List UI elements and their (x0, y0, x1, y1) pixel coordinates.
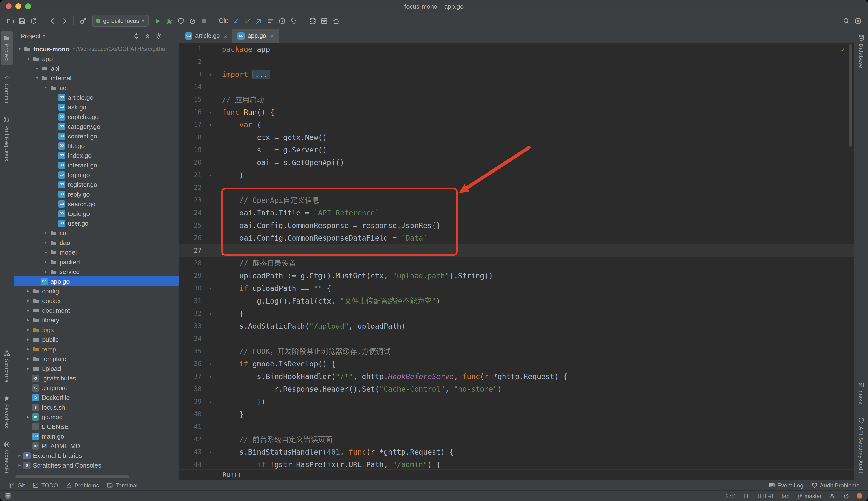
tree-item-dockerfile[interactable]: Dockerfile (14, 393, 179, 402)
line-number[interactable]: 14 (179, 81, 206, 94)
coverage-icon[interactable] (176, 15, 186, 26)
tree-item-act[interactable]: ▾act (14, 83, 179, 93)
chevron-right-icon[interactable]: ▸ (25, 366, 32, 371)
chevron-down-icon[interactable]: ▾ (25, 56, 32, 61)
tree-item-go-mod[interactable]: ▸go.mod (14, 412, 179, 422)
tree-item-api[interactable]: ▸api (14, 63, 179, 73)
code-line-2[interactable]: 2 (179, 56, 854, 68)
code-line-32[interactable]: 32▴ } (179, 307, 854, 320)
tool-window-button-terminal[interactable]: Terminal (103, 482, 142, 489)
line-number[interactable]: 32 (179, 307, 206, 320)
database-icon[interactable] (307, 15, 318, 26)
collapse-icon[interactable] (143, 32, 151, 40)
fold-marker-icon[interactable]: ▴ (206, 395, 215, 408)
code-line-29[interactable]: 29 uploadPath := g.Cfg().MustGet(ctx, "u… (179, 270, 854, 282)
minimize-window-button[interactable] (15, 3, 21, 9)
tree-item-config[interactable]: ▸config (14, 286, 179, 296)
tree-item-focus-sh[interactable]: focus.sh (14, 402, 179, 412)
line-ending[interactable]: LF (744, 493, 750, 499)
editor-scrollbar[interactable] (849, 44, 853, 147)
line-number[interactable]: 41 (179, 420, 206, 433)
line-number[interactable]: 30 (179, 282, 206, 295)
code-line-15[interactable]: 15// 应用启动 (179, 94, 854, 106)
chevron-right-icon[interactable]: ▸ (42, 269, 49, 274)
updates-icon[interactable] (853, 15, 863, 26)
tab-article-go[interactable]: article.go× (180, 29, 233, 43)
line-number[interactable]: 25 (179, 219, 206, 232)
tree-item-scratches-and-consoles[interactable]: ▸Scratches and Consoles (14, 460, 179, 470)
line-number[interactable]: 36 (179, 358, 206, 370)
gauge-icon[interactable] (843, 492, 850, 499)
tree-item-category-go[interactable]: category.go (14, 121, 179, 131)
fold-marker-icon[interactable]: ▾ (206, 358, 215, 370)
tree-item-cnt[interactable]: ▸cnt (14, 228, 179, 238)
tool-stripe-api-security-audit[interactable]: API Security Audit (855, 414, 867, 477)
tree-item-article-go[interactable]: article.go (14, 93, 179, 102)
code-line-43[interactable]: 43▾ s.BindStatusHandler(401, func(r *ght… (179, 446, 854, 458)
tree-item-topic-go[interactable]: topic.go (14, 209, 179, 218)
line-number[interactable]: 21 (179, 169, 206, 182)
tool-stripe-openapi[interactable]: OpenAPI (1, 438, 13, 477)
chevron-down-icon[interactable]: ▾ (42, 85, 49, 90)
line-number[interactable]: 40 (179, 408, 206, 420)
tree-item-register-go[interactable]: register.go (14, 180, 179, 189)
chevron-right-icon[interactable]: ▸ (25, 347, 32, 351)
line-number[interactable]: 39 (179, 395, 206, 408)
profiler-icon[interactable] (187, 15, 198, 26)
attach-icon[interactable] (77, 15, 88, 26)
code-line-39[interactable]: 39▴ }) (179, 395, 854, 408)
tool-stripe-database[interactable]: Database (855, 31, 867, 72)
line-number[interactable]: 44 (179, 458, 206, 469)
fold-marker-icon[interactable]: ▴ (206, 169, 215, 182)
chevron-right-icon[interactable]: ▸ (42, 231, 49, 235)
chevron-right-icon[interactable]: ▸ (25, 318, 32, 322)
tool-window-button-problems[interactable]: Problems (62, 482, 103, 489)
chevron-right-icon[interactable]: ▸ (16, 453, 23, 458)
debug-icon[interactable] (164, 15, 175, 26)
tool-window-button-todo[interactable]: TODO (29, 482, 62, 489)
tree-item-readme-md[interactable]: README.MD (14, 441, 179, 451)
code-line-42[interactable]: 42 // 前台系统自定义错误页面 (179, 433, 854, 446)
tree-item-model[interactable]: ▸model (14, 247, 179, 257)
chevron-right-icon[interactable]: ▸ (25, 356, 32, 361)
line-number[interactable]: 31 (179, 295, 206, 307)
chevron-right-icon[interactable]: ▸ (25, 414, 32, 419)
fold-marker-icon[interactable]: ▾ (206, 446, 215, 458)
line-number[interactable]: 16 (179, 106, 206, 119)
tree-item-app-go[interactable]: app.go (14, 276, 179, 286)
line-number[interactable]: 27 (179, 244, 206, 257)
code-line-17[interactable]: 17▾ var ( (179, 119, 854, 131)
tree-item-captcha-go[interactable]: captcha.go (14, 112, 179, 121)
code-editor[interactable]: 1package app23+import ...1415// 应用启动16▾f… (179, 43, 854, 469)
open-icon[interactable] (5, 15, 15, 26)
code-line-44[interactable]: 44 if !gstr.HasPrefix(r.URL.Path, "/admi… (179, 458, 854, 469)
line-number[interactable]: 26 (179, 232, 206, 244)
chevron-right-icon[interactable]: ▸ (25, 288, 32, 293)
chevron-right-icon[interactable]: ▸ (25, 327, 32, 332)
chevron-right-icon[interactable]: ▸ (25, 308, 32, 313)
tree-item-gitattributes[interactable]: .gitattributes (14, 373, 179, 383)
fold-marker-icon[interactable]: ▾ (206, 106, 215, 119)
code-line-30[interactable]: 30▾ if uploadPath == "" { (179, 282, 854, 295)
code-line-36[interactable]: 36▾ if gmode.IsDevelop() { (179, 358, 854, 370)
close-window-button[interactable] (6, 3, 12, 9)
tree-item-upload[interactable]: ▸upload (14, 363, 179, 373)
settings-icon[interactable] (155, 32, 163, 40)
history-icon[interactable] (276, 15, 287, 26)
chevron-right-icon[interactable]: ▸ (33, 66, 41, 71)
tree-item-temp[interactable]: ▸temp (14, 344, 179, 354)
tab-app-go[interactable]: app.go× (233, 29, 279, 43)
search-icon[interactable] (841, 15, 851, 26)
chevron-down-icon[interactable]: ▾ (43, 33, 45, 38)
back-icon[interactable] (47, 15, 57, 26)
line-number[interactable]: 42 (179, 433, 206, 446)
code-line-1[interactable]: 1package app (179, 43, 854, 56)
code-line-40[interactable]: 40 } (179, 408, 854, 420)
line-number[interactable]: 23 (179, 194, 206, 207)
tool-stripe-make[interactable]: make (855, 378, 867, 408)
save-icon[interactable] (17, 15, 27, 26)
tree-item-internal[interactable]: ▾internal (14, 73, 179, 83)
close-tab-icon[interactable]: × (270, 32, 274, 40)
git-branch[interactable]: master (797, 493, 822, 499)
tool-window-button-event-log[interactable]: Event Log (765, 482, 807, 489)
